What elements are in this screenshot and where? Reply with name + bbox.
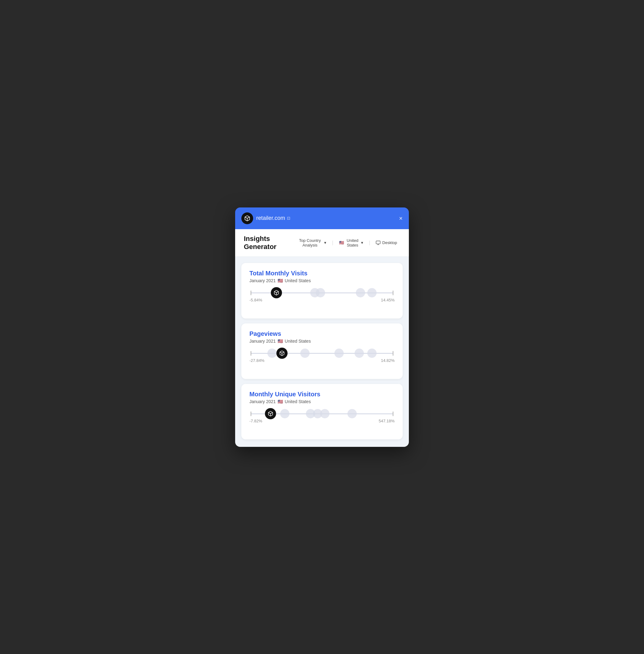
- logo-circle: [242, 212, 253, 224]
- card-2-max: 14.82%: [381, 358, 395, 363]
- external-link-icon[interactable]: ⊡: [287, 216, 290, 220]
- analysis-chevron: ▾: [324, 240, 326, 245]
- card-1-slider[interactable]: -5.84% 14.45%: [249, 289, 395, 311]
- card-total-monthly-visits: Total Monthly Visits January 2021 🇺🇸 Uni…: [242, 263, 402, 319]
- card-2-min: -27.84%: [249, 358, 264, 363]
- separator-1: |: [332, 240, 333, 246]
- card-1-dot-4[interactable]: [356, 288, 365, 297]
- desktop-icon: [376, 240, 381, 245]
- country-chevron: ▾: [361, 240, 363, 245]
- card-1-labels: -5.84% 14.45%: [249, 298, 395, 302]
- card-2-labels: -27.84% 14.82%: [249, 358, 395, 363]
- svg-rect-1: [376, 241, 380, 244]
- card-3-slider[interactable]: -7.82% 547.18%: [249, 410, 395, 432]
- card-2-slider[interactable]: -27.84% 14.82%: [249, 350, 395, 372]
- card-2-active-dot[interactable]: [276, 348, 288, 359]
- card-2-track: [251, 353, 393, 354]
- card-1-dot-3[interactable]: [316, 288, 325, 297]
- site-name-text: retailer.com: [256, 215, 285, 221]
- device-dropdown[interactable]: Desktop: [372, 239, 400, 247]
- card-3-dot-5[interactable]: [320, 409, 329, 418]
- card-2-dot-5[interactable]: [354, 349, 364, 358]
- analysis-label: Top Country Analysis: [297, 238, 323, 248]
- device-label: Desktop: [382, 240, 397, 245]
- card-2-date: January 2021: [249, 338, 276, 344]
- card-2-subtitle: January 2021 🇺🇸 United States: [249, 338, 395, 344]
- cards-area: Total Monthly Visits January 2021 🇺🇸 Uni…: [235, 257, 409, 447]
- card-2-dot-2[interactable]: [268, 349, 277, 358]
- card-3-subtitle: January 2021 🇺🇸 United States: [249, 399, 395, 404]
- card-1-subtitle: January 2021 🇺🇸 United States: [249, 278, 395, 283]
- site-title: retailer.com ⊡: [256, 215, 290, 221]
- separator-2: |: [369, 240, 370, 246]
- card-3-dot-2[interactable]: [280, 409, 290, 418]
- card-1-track: [251, 293, 393, 294]
- card-1-title: Total Monthly Visits: [249, 270, 395, 277]
- card-1-active-dot[interactable]: [271, 287, 282, 298]
- card-1-min: -5.84%: [249, 298, 262, 302]
- card-2-dot-6[interactable]: [367, 349, 376, 358]
- card-2-flag: 🇺🇸: [278, 338, 283, 344]
- card-2-title: Pageviews: [249, 330, 395, 337]
- card-1-flag: 🇺🇸: [278, 278, 283, 283]
- card-1-max: 14.45%: [381, 298, 395, 302]
- card-3-min: -7.82%: [249, 419, 262, 423]
- flag-emoji: 🇺🇸: [339, 240, 344, 245]
- card-3-active-dot[interactable]: [265, 408, 276, 419]
- card-3-title: Monthly Unique Visitors: [249, 391, 395, 398]
- card-3-date: January 2021: [249, 399, 276, 404]
- card-monthly-unique-visitors: Monthly Unique Visitors January 2021 🇺🇸 …: [242, 384, 402, 439]
- card-1-date: January 2021: [249, 278, 276, 283]
- card-3-dot-6[interactable]: [347, 409, 357, 418]
- card-pageviews: Pageviews January 2021 🇺🇸 United States: [242, 323, 402, 379]
- card-3-flag: 🇺🇸: [278, 399, 283, 404]
- card-2-dot-4[interactable]: [335, 349, 344, 358]
- close-button[interactable]: ×: [399, 215, 402, 221]
- card-2-country: United States: [285, 338, 311, 344]
- card-1-country: United States: [285, 278, 311, 283]
- card-2-dot-3[interactable]: [300, 349, 309, 358]
- logo-icon: [244, 215, 250, 221]
- country-dropdown[interactable]: 🇺🇸 United States ▾: [336, 237, 367, 249]
- titlebar-left: retailer.com ⊡: [242, 212, 290, 224]
- card-1-dot-5[interactable]: [367, 288, 376, 297]
- page-title: Insights Generator: [244, 235, 294, 251]
- main-content: Insights Generator Top Country Analysis …: [235, 229, 409, 447]
- analysis-dropdown[interactable]: Top Country Analysis ▾: [294, 237, 329, 249]
- header-controls: Top Country Analysis ▾ | 🇺🇸 United State…: [294, 237, 400, 249]
- card-3-country: United States: [285, 399, 311, 404]
- titlebar: retailer.com ⊡ ×: [235, 207, 409, 229]
- country-label: United States: [346, 238, 360, 248]
- page-header: Insights Generator Top Country Analysis …: [235, 229, 409, 257]
- card-3-track: [251, 413, 393, 414]
- app-window: retailer.com ⊡ × Insights Generator Top …: [235, 207, 409, 447]
- card-3-max: 547.18%: [379, 419, 395, 423]
